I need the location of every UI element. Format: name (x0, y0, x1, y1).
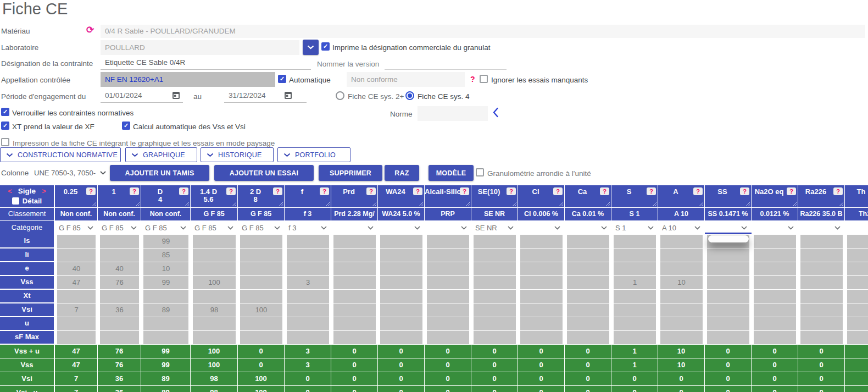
categorie-select[interactable]: G F 85 (55, 221, 98, 235)
grid-cell[interactable] (800, 276, 843, 289)
raz-button[interactable]: RAZ (385, 165, 419, 181)
categorie-select[interactable]: G F 85 (238, 221, 285, 235)
calendar-icon[interactable] (284, 91, 292, 100)
column-help-button[interactable]: ? (460, 187, 469, 195)
grid-cell[interactable] (333, 303, 376, 317)
grid-cell[interactable] (427, 249, 469, 262)
grid-cell[interactable] (380, 290, 422, 303)
grid-cell[interactable] (240, 262, 282, 275)
column-header[interactable]: S? (611, 185, 658, 207)
column-help-button[interactable]: ? (833, 187, 843, 195)
supprimer-button[interactable]: SUPPRIMER (319, 165, 382, 181)
grid-cell[interactable] (474, 235, 516, 248)
section-historique-button[interactable]: HISTORIQUE (201, 147, 274, 162)
modele-button[interactable]: MODÈLE (429, 165, 474, 181)
categorie-select[interactable]: G F 85 (98, 221, 141, 235)
categorie-select[interactable] (378, 221, 425, 235)
column-help-button[interactable]: ? (553, 187, 563, 195)
grid-cell[interactable] (800, 249, 843, 262)
grid-cell[interactable]: 89 (143, 303, 188, 317)
grid-cell[interactable] (143, 317, 188, 330)
grid-cell[interactable]: 36 (100, 303, 139, 317)
grid-cell[interactable] (193, 235, 236, 248)
categorie-select[interactable]: f 3 (285, 221, 331, 235)
grid-cell[interactable] (380, 317, 422, 330)
grid-cell[interactable] (333, 317, 376, 330)
column-header[interactable]: Na2O eq? (752, 185, 798, 207)
calcul-checkbox[interactable] (122, 122, 130, 130)
xt-checkbox[interactable] (1, 122, 9, 130)
grid-cell[interactable] (567, 235, 609, 248)
grid-cell[interactable]: 3 (287, 276, 329, 289)
sigle-next-arrow[interactable]: > (42, 187, 46, 195)
grid-cell[interactable] (614, 235, 656, 248)
grid-cell[interactable]: 40 (57, 262, 96, 275)
grid-cell[interactable] (333, 262, 376, 275)
grid-cell[interactable] (193, 331, 236, 344)
grid-cell[interactable]: 1 (614, 276, 656, 289)
column-resize-handle[interactable] (419, 202, 424, 207)
grid-cell[interactable] (847, 317, 868, 330)
grid-cell[interactable] (614, 303, 656, 317)
column-header[interactable]: 0.25? (55, 185, 98, 207)
column-help-button[interactable]: ? (320, 187, 329, 195)
grid-cell[interactable]: 47 (57, 276, 96, 289)
grid-cell[interactable] (707, 317, 749, 330)
norme-field[interactable] (418, 106, 488, 121)
column-resize-handle[interactable] (512, 202, 517, 207)
grid-cell[interactable] (100, 249, 139, 262)
column-help-button[interactable]: ? (693, 187, 703, 195)
categorie-select[interactable]: S 1 (611, 221, 658, 235)
column-resize-handle[interactable] (135, 202, 140, 207)
grid-cell[interactable]: 99 (143, 235, 188, 248)
grid-cell[interactable] (57, 317, 96, 330)
column-resize-handle[interactable] (185, 202, 190, 207)
grid-cell[interactable] (193, 249, 236, 262)
grid-cell[interactable] (800, 303, 843, 317)
grid-cell[interactable] (567, 303, 609, 317)
ajouter-essai-button[interactable]: AJOUTER UN ESSAI (214, 165, 314, 181)
designation-input[interactable]: Etiquette CE Sable 0/4R (101, 56, 311, 70)
grid-cell[interactable] (380, 303, 422, 317)
grid-cell[interactable] (240, 290, 282, 303)
column-header[interactable]: f? (285, 185, 331, 207)
grid-cell[interactable] (333, 290, 376, 303)
sync-icon[interactable]: ⟳ (86, 25, 94, 35)
grid-cell[interactable]: 100 (193, 276, 236, 289)
grid-cell[interactable] (427, 331, 469, 344)
grid-cell[interactable] (100, 331, 139, 344)
grid-cell[interactable] (567, 331, 609, 344)
ignorer-checkbox[interactable] (480, 75, 488, 83)
grid-cell[interactable] (474, 303, 516, 317)
impression-checkbox[interactable] (1, 138, 9, 146)
grid-cell[interactable] (847, 249, 868, 262)
grid-cell[interactable] (57, 290, 96, 303)
grid-cell[interactable] (847, 290, 868, 303)
sys2-radio[interactable] (336, 91, 344, 100)
categorie-select[interactable] (565, 221, 611, 235)
ajouter-tamis-button[interactable]: AJOUTER UN TAMIS (110, 165, 209, 181)
column-resize-handle[interactable] (465, 202, 470, 207)
date-end-input[interactable]: 31/12/2024 (224, 88, 307, 103)
grid-cell[interactable] (100, 290, 139, 303)
collapse-chevron-icon[interactable] (492, 107, 499, 118)
grid-cell[interactable] (847, 276, 868, 289)
grid-cell[interactable] (754, 235, 796, 248)
grid-cell[interactable] (800, 290, 843, 303)
grid-cell[interactable] (57, 331, 96, 344)
grid-cell[interactable] (520, 235, 563, 248)
column-header[interactable]: Ca? (565, 185, 611, 207)
grid-cell[interactable] (474, 276, 516, 289)
categorie-select[interactable] (518, 221, 565, 235)
grid-cell[interactable] (754, 249, 796, 262)
grid-cell[interactable] (287, 317, 329, 330)
grid-cell[interactable] (427, 317, 469, 330)
verrouiller-checkbox[interactable] (1, 108, 9, 116)
grid-cell[interactable] (57, 235, 96, 248)
conformite-help[interactable]: ? (470, 75, 475, 84)
categorie-select[interactable] (845, 221, 868, 235)
grid-cell[interactable] (754, 317, 796, 330)
materiau-field[interactable]: 0/4 R Sable - POULLARD/GRANUDEM (101, 25, 865, 38)
grid-cell[interactable]: 85 (143, 249, 188, 262)
grid-cell[interactable] (847, 262, 868, 275)
